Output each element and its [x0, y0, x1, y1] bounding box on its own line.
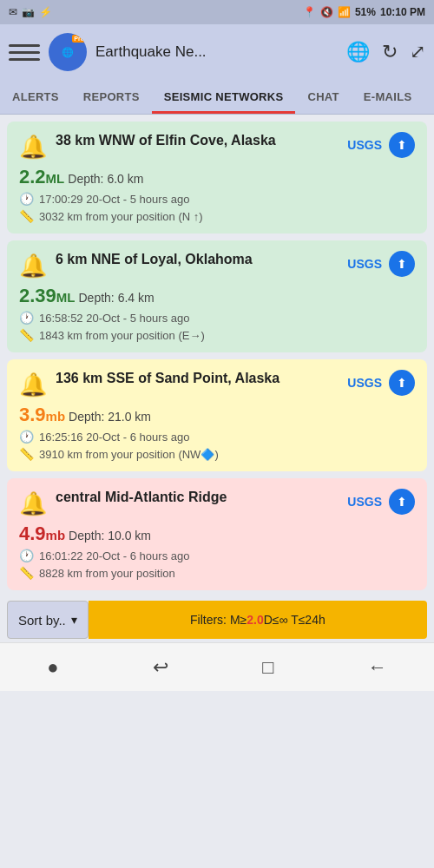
app-logo: 🌐 Pro: [49, 33, 87, 71]
nav-arrow-back-icon[interactable]: ←: [368, 656, 387, 679]
earthquake-alert-icon-2: 🔔: [19, 253, 47, 279]
bolt-icon: ⚡: [39, 6, 52, 18]
filter-m-value: 2.0: [247, 613, 263, 627]
usgs-badge-3: USGS: [347, 376, 382, 390]
mute-icon: 🔇: [320, 6, 333, 18]
time-icon-3: 🕐: [19, 430, 34, 444]
tab-chat[interactable]: CHAT: [295, 80, 351, 114]
camera-icon: 📷: [22, 6, 35, 18]
share-button-2[interactable]: ⬆: [389, 251, 415, 277]
earthquake-location-2: 6 km NNE of Loyal, Oklahoma: [56, 251, 347, 269]
filter-suffix: D≤∞ T≤24h: [264, 613, 326, 627]
earthquake-mag-type-4: mb: [46, 528, 66, 542]
app-title: Earthquake Ne...: [95, 43, 338, 61]
earthquake-time-4: 16:01:22 20-Oct - 6 hours ago: [39, 549, 189, 562]
menu-button[interactable]: [9, 44, 40, 61]
earthquake-card-1[interactable]: 🔔 38 km WNW of Elfin Cove, Alaska USGS ⬆…: [7, 122, 427, 233]
status-right: 📍 🔇 📶 51% 10:10 PM: [303, 6, 425, 18]
usgs-badge-1: USGS: [347, 138, 382, 152]
earthquake-location-3: 136 km SSE of Sand Point, Alaska: [56, 370, 347, 388]
share-icon-3: ⬆: [397, 376, 407, 390]
usgs-badge-4: USGS: [347, 495, 382, 509]
status-bar: ✉ 📷 ⚡ 📍 🔇 📶 51% 10:10 PM: [0, 0, 434, 24]
earthquake-alert-icon-1: 🔔: [19, 134, 47, 161]
sort-by-button[interactable]: Sort by.. ▾: [7, 601, 89, 639]
earthquake-magnitude-2: 2.39: [19, 285, 56, 307]
earthquake-distance-2: 1843 km from your position (E→): [39, 329, 205, 342]
earthquake-time-3: 16:25:16 20-Oct - 6 hours ago: [39, 431, 189, 444]
earthquake-card-4[interactable]: 🔔 central Mid-Atlantic Ridge USGS ⬆ 4.9m…: [7, 478, 427, 590]
earthquake-card-2[interactable]: 🔔 6 km NNE of Loyal, Oklahoma USGS ⬆ 2.3…: [7, 240, 427, 352]
earthquake-alert-icon-3: 🔔: [19, 372, 47, 398]
earthquake-location-4: central Mid-Atlantic Ridge: [56, 489, 347, 507]
global-icon[interactable]: 🌐: [346, 41, 370, 63]
sort-by-label: Sort by..: [18, 613, 66, 628]
share-icon-1: ⬆: [397, 138, 407, 152]
location-icon: 📍: [303, 6, 316, 18]
earthquake-distance-3: 3910 km from your position (NW🔷): [39, 448, 219, 461]
earthquake-magnitude-3: 3.9: [19, 404, 46, 426]
earthquake-time-2: 16:58:52 20-Oct - 5 hours ago: [39, 312, 189, 325]
share-button-4[interactable]: ⬆: [389, 489, 415, 515]
signal-icon: 📶: [338, 6, 351, 18]
earthquake-mag-type-1: ML: [46, 171, 65, 186]
tab-emails[interactable]: E-MAILS: [352, 80, 424, 114]
expand-icon[interactable]: ⤢: [410, 41, 425, 63]
share-button-3[interactable]: ⬆: [389, 370, 415, 396]
filter-prefix: Filters: M≥: [190, 613, 247, 627]
tab-reports[interactable]: REPORTS: [71, 80, 152, 114]
tab-seismic-networks[interactable]: SEISMIC NETWORKS: [152, 80, 296, 114]
time-icon-4: 🕐: [19, 549, 34, 562]
time-display: 10:10 PM: [380, 6, 425, 18]
distance-icon-3: 📏: [19, 447, 34, 461]
earthquake-distance-4: 8828 km from your position: [39, 567, 175, 580]
share-icon-4: ⬆: [397, 495, 407, 509]
nav-dot-icon[interactable]: ●: [47, 656, 58, 679]
status-left-icons: ✉ 📷 ⚡: [9, 6, 52, 18]
refresh-icon[interactable]: ↻: [382, 41, 398, 63]
nav-back-icon[interactable]: ↩: [153, 656, 168, 679]
distance-icon-1: 📏: [19, 209, 34, 223]
share-icon-2: ⬆: [397, 257, 407, 271]
earthquake-mag-type-2: ML: [56, 290, 76, 305]
tab-alerts[interactable]: ALERTS: [0, 80, 71, 114]
earthquake-magnitude-4: 4.9: [19, 523, 46, 545]
app-bar: 🌐 Pro Earthquake Ne... 🌐 ↻ ⤢: [0, 24, 434, 80]
earthquake-mag-type-3: mb: [46, 409, 66, 424]
time-icon-2: 🕐: [19, 311, 34, 325]
earthquake-magnitude-1: 2.2: [19, 166, 46, 188]
bottom-navigation: ● ↩ □ ←: [0, 642, 434, 691]
earthquake-time-1: 17:00:29 20-Oct - 5 hours ago: [39, 193, 189, 206]
distance-icon-4: 📏: [19, 566, 34, 580]
sort-chevron-icon: ▾: [71, 613, 77, 627]
earthquake-card-3[interactable]: 🔔 136 km SSE of Sand Point, Alaska USGS …: [7, 359, 427, 471]
globe-logo-icon: 🌐: [62, 47, 74, 58]
earthquake-depth-3: Depth: 21.0 km: [69, 410, 151, 424]
mail-icon: ✉: [9, 6, 17, 18]
earthquake-location-1: 38 km WNW of Elfin Cove, Alaska: [56, 132, 347, 150]
earthquake-depth-4: Depth: 10.0 km: [69, 529, 151, 542]
battery-level: 51%: [355, 6, 376, 18]
sort-filter-bar: Sort by.. ▾ Filters: M≥2.0 D≤∞ T≤24h: [7, 601, 427, 639]
usgs-badge-2: USGS: [347, 257, 382, 271]
filter-bar[interactable]: Filters: M≥2.0 D≤∞ T≤24h: [89, 601, 427, 639]
app-bar-actions: 🌐 ↻ ⤢: [346, 41, 425, 63]
earthquake-depth-2: Depth: 6.4 km: [79, 291, 155, 305]
earthquake-depth-1: Depth: 6.0 km: [68, 172, 143, 186]
distance-icon-2: 📏: [19, 328, 34, 342]
tabs-bar: ALERTS REPORTS SEISMIC NETWORKS CHAT E-M…: [0, 80, 434, 115]
pro-badge: Pro: [72, 35, 86, 43]
earthquake-alert-icon-4: 🔔: [19, 490, 47, 517]
nav-home-icon[interactable]: □: [262, 656, 273, 679]
earthquake-distance-1: 3032 km from your position (N ↑): [39, 210, 203, 223]
earthquake-list: 🔔 38 km WNW of Elfin Cove, Alaska USGS ⬆…: [0, 115, 434, 597]
share-button-1[interactable]: ⬆: [389, 132, 415, 158]
time-icon-1: 🕐: [19, 192, 34, 206]
